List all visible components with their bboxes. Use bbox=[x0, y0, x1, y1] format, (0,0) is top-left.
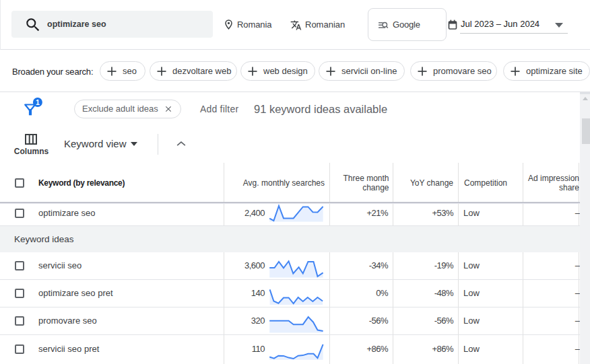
svg-text:1: 1 bbox=[36, 98, 40, 106]
